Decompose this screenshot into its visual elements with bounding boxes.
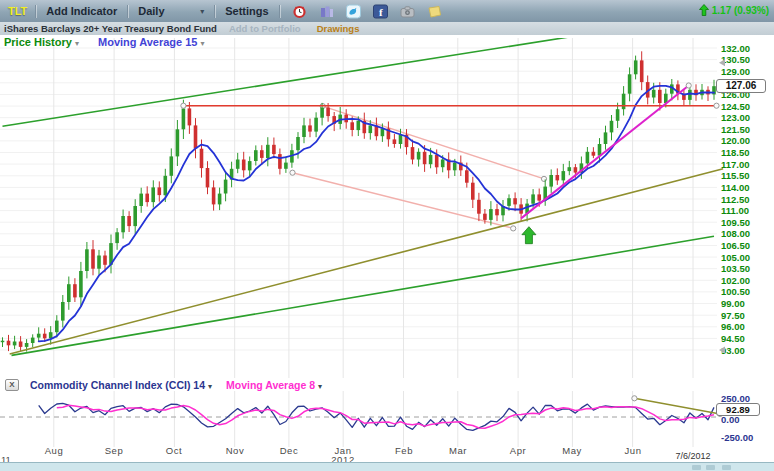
status-icon — [692, 465, 701, 470]
svg-text:250.00: 250.00 — [721, 393, 750, 404]
cci-value-box: 92.89 — [716, 403, 760, 416]
facebook-icon[interactable]: f — [373, 4, 388, 19]
svg-text:96.00: 96.00 — [721, 321, 745, 332]
ma15-label: Moving Average 15 — [98, 36, 197, 48]
toolbar-separator — [279, 5, 280, 18]
symbol-label: TLT — [8, 5, 27, 17]
price-pane-header: Price History ▾ Moving Average 15 ▾ — [4, 36, 205, 48]
svg-text:105.00: 105.00 — [721, 252, 750, 263]
svg-text:103.50: 103.50 — [721, 263, 750, 274]
svg-text:117.00: 117.00 — [721, 159, 750, 170]
toolbar-icons: f — [292, 4, 442, 19]
sticky-note-icon[interactable] — [427, 4, 442, 19]
settings-button[interactable]: Settings — [215, 5, 278, 17]
svg-text:132.00: 132.00 — [721, 43, 750, 54]
last-price-box: 127.06 — [716, 79, 766, 93]
chart-cube-icon[interactable] — [319, 4, 334, 19]
chevron-down-icon: ▾ — [201, 39, 205, 48]
status-icon — [722, 465, 731, 470]
svg-text:120.00: 120.00 — [721, 135, 750, 146]
price-history-dropdown[interactable]: Price History ▾ — [4, 36, 82, 48]
subheader-bar: iShares Barclays 20+ Year Treasury Bond … — [0, 22, 774, 35]
svg-text:109.50: 109.50 — [721, 217, 750, 228]
chevron-down-icon: ▾ — [75, 39, 79, 48]
toolbar: TLT Add Indicator Daily ▾ Settings f — [0, 0, 774, 22]
price-chart-canvas[interactable]: 132.00130.50129.00127.50126.00124.50123.… — [0, 38, 774, 378]
cci-chart-canvas[interactable]: 250.000.00-250.00 — [0, 391, 774, 447]
bottom-strip — [0, 462, 774, 471]
svg-text:97.50: 97.50 — [721, 310, 745, 321]
ma15-dropdown[interactable]: Moving Average 15 ▾ — [98, 36, 205, 48]
svg-text:123.00: 123.00 — [721, 112, 750, 123]
svg-text:124.50: 124.50 — [721, 101, 750, 112]
drawings-link[interactable]: Drawings — [317, 23, 360, 34]
chevron-down-icon: ▾ — [208, 382, 212, 391]
status-icon — [706, 465, 715, 470]
cci-label: Commodity Channel Index (CCI) 14 — [30, 379, 205, 391]
last-date-label: 7/6/2012 — [675, 451, 710, 461]
svg-text:108.00: 108.00 — [721, 228, 750, 239]
svg-text:111.00: 111.00 — [721, 205, 749, 216]
timeframe-label: Daily — [138, 5, 164, 17]
svg-text:112.50: 112.50 — [721, 194, 750, 205]
svg-text:129.00: 129.00 — [721, 66, 750, 77]
camera-icon[interactable] — [400, 4, 415, 19]
svg-text:114.00: 114.00 — [721, 182, 750, 193]
twitter-icon[interactable] — [346, 4, 361, 19]
alarm-clock-icon[interactable] — [292, 4, 307, 19]
svg-text:118.50: 118.50 — [721, 147, 750, 158]
svg-text:102.00: 102.00 — [721, 275, 750, 286]
close-indicator-button[interactable]: X — [5, 379, 19, 391]
svg-text:f: f — [379, 6, 383, 18]
cci-pane-header: X Commodity Channel Index (CCI) 14 ▾ Mov… — [0, 378, 774, 391]
chevron-down-icon: ▾ — [318, 382, 322, 391]
cci-ma-label: Moving Average 8 — [226, 379, 315, 391]
charting-app-window: TLT Add Indicator Daily ▾ Settings f — [0, 0, 774, 471]
add-to-portfolio-link[interactable]: Add to Portfolio — [229, 23, 301, 34]
svg-text:106.50: 106.50 — [721, 240, 750, 251]
svg-text:115.50: 115.50 — [721, 170, 750, 181]
svg-text:94.50: 94.50 — [721, 333, 745, 344]
up-arrow-icon — [699, 4, 709, 16]
svg-text:100.50: 100.50 — [721, 286, 750, 297]
svg-text:-250.00: -250.00 — [721, 432, 753, 443]
svg-text:99.00: 99.00 — [721, 298, 745, 309]
svg-text:130.50: 130.50 — [721, 54, 750, 65]
cci-dropdown[interactable]: Commodity Channel Index (CCI) 14 ▾ — [30, 379, 212, 391]
svg-text:121.50: 121.50 — [721, 124, 750, 135]
add-indicator-button[interactable]: Add Indicator — [36, 5, 127, 17]
price-history-label: Price History — [4, 36, 72, 48]
timeframe-dropdown[interactable]: Daily ▾ — [128, 5, 214, 17]
cci-ma-dropdown[interactable]: Moving Average 8 ▾ — [226, 379, 322, 391]
chevron-down-icon: ▾ — [200, 7, 204, 16]
fund-name: iShares Barclays 20+ Year Treasury Bond … — [4, 23, 217, 34]
daily-change: 1.17 (0.93%) — [699, 4, 769, 16]
change-text: 1.17 (0.93%) — [712, 5, 769, 16]
